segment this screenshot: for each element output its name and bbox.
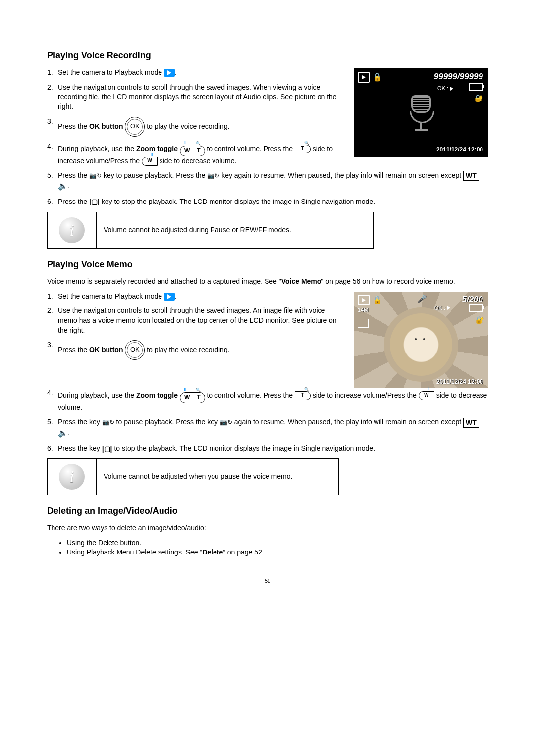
step-text: . bbox=[68, 429, 70, 437]
wt-toggle-icon: ⠿🔍 WT bbox=[180, 142, 205, 156]
note-text: Volume cannot be adjusted during Pause o… bbox=[97, 212, 374, 248]
step-text: . bbox=[68, 182, 70, 190]
step-text: Set the camera to Playback mode bbox=[58, 68, 164, 76]
step-6: 6. Press the |▢| key to stop the playbac… bbox=[58, 197, 488, 207]
heading-playing-voice-recording: Playing Voice Recording bbox=[47, 50, 488, 62]
step-text: to control volume. Press the bbox=[207, 144, 294, 152]
step-6: 6. Press the key |▢| to stop the playbac… bbox=[58, 444, 488, 454]
step-text: to control volume. Press the bbox=[207, 391, 294, 399]
step-4: 4. During playback, use the Zoom toggle … bbox=[58, 142, 488, 166]
step-1: 1. Set the camera to Playback mode . bbox=[58, 292, 488, 302]
step-text: side to decrease volume. bbox=[160, 157, 237, 165]
step-text: to play the voice recording. bbox=[147, 346, 229, 353]
intro-text: Voice memo is separately recorded and at… bbox=[47, 277, 488, 287]
playback-mode-icon bbox=[164, 69, 175, 77]
step-text: side to increase volume/Press the bbox=[313, 391, 419, 399]
shutter-icon: 📷↻ bbox=[102, 418, 114, 427]
step-text: Use the navigation controls to scroll th… bbox=[58, 306, 337, 334]
step-1: 1. Set the camera to Playback mode . bbox=[58, 68, 488, 78]
step-text: again to resume. When paused, the play i… bbox=[232, 418, 463, 426]
step-2: 2. Use the navigation controls to scroll… bbox=[58, 306, 488, 335]
voice-memo-ref: Voice Memo bbox=[281, 277, 321, 285]
step-4: 4. During playback, use the Zoom toggle … bbox=[58, 388, 488, 413]
step-text: During playback, use the bbox=[58, 391, 136, 399]
wt-box-icon: WT bbox=[463, 418, 479, 428]
step-text: . bbox=[175, 68, 177, 76]
stop-icon: |▢| bbox=[102, 444, 112, 454]
t-side-icon: T bbox=[295, 145, 311, 153]
ok-badge-icon: OK bbox=[125, 340, 145, 360]
step-text: key to pause playback. Press the bbox=[102, 171, 207, 179]
step-text: Use the navigation controls to scroll th… bbox=[58, 83, 337, 110]
bullet-item: Using the Delete button. bbox=[67, 538, 488, 548]
info-icon: i bbox=[59, 464, 85, 490]
step-text: to pause playback. Press the key bbox=[114, 418, 220, 426]
w-side-icon: W bbox=[419, 391, 434, 400]
shutter-icon: 📷↻ bbox=[89, 172, 102, 180]
w-side-icon: W bbox=[142, 157, 158, 166]
bullet-item: Using Playback Menu Delete settings. See… bbox=[67, 548, 488, 557]
step-text: Set the camera to Playback mode bbox=[58, 292, 164, 300]
t-side-icon: T bbox=[295, 391, 311, 400]
heading-deleting: Deleting an Image/Video/Audio bbox=[47, 505, 488, 517]
heading-playing-voice-memo: Playing Voice Memo bbox=[47, 258, 488, 271]
ok-button-label: OK button bbox=[89, 122, 123, 130]
step-3: 3. Press the OK button OK to play the vo… bbox=[58, 340, 488, 360]
page-number: 51 bbox=[47, 577, 488, 585]
intro-text: There are two ways to delete an image/vi… bbox=[47, 523, 488, 533]
speaker-icon: 🔈 bbox=[58, 429, 68, 437]
shutter-icon: 📷↻ bbox=[207, 172, 219, 180]
speaker-icon: 🔈 bbox=[58, 182, 68, 190]
delete-ref: Delete bbox=[202, 548, 223, 556]
wt-box-icon: WT bbox=[463, 171, 479, 181]
step-2: 2. Use the navigation controls to scroll… bbox=[58, 83, 488, 112]
step-text: to play the voice recording. bbox=[147, 122, 229, 130]
note-box: i Volume cannot be adjusted during Pause… bbox=[47, 212, 374, 249]
step-text: key to stop the playback. The LCD monito… bbox=[100, 198, 375, 205]
step-3: 3. Press the OK button OK to play the vo… bbox=[58, 117, 488, 137]
ok-badge-icon: OK bbox=[125, 117, 145, 137]
step-text: Press the bbox=[58, 122, 89, 130]
step-5: 5. Press the key 📷↻ to pause playback. P… bbox=[58, 417, 488, 439]
step-text: . bbox=[175, 292, 177, 300]
zoom-toggle-label: Zoom toggle bbox=[136, 144, 178, 152]
playback-mode-icon bbox=[164, 293, 175, 301]
step-text: key again to resume. When paused, the pl… bbox=[219, 171, 463, 179]
lcd-timestamp: 2011/12/24 12:00 bbox=[436, 378, 483, 386]
step-5: 5. Press the 📷↻ key to pause playback. P… bbox=[58, 171, 488, 192]
step-text: Press the bbox=[58, 171, 89, 179]
zoom-toggle-label: Zoom toggle bbox=[136, 391, 178, 399]
shutter-icon: 📷↻ bbox=[220, 418, 232, 427]
note-box: i Volume cannot be adjusted when you pau… bbox=[47, 458, 339, 495]
step-text: Press the key bbox=[58, 444, 102, 452]
step-text: Press the bbox=[58, 198, 89, 205]
stop-icon: |▢| bbox=[89, 197, 100, 207]
step-text: During playback, use the bbox=[58, 144, 136, 152]
info-icon: i bbox=[59, 217, 85, 243]
step-text: Press the bbox=[58, 346, 89, 353]
note-text: Volume cannot be adjusted when you pause… bbox=[97, 459, 339, 495]
step-text: to stop the playback. The LCD monitor di… bbox=[112, 444, 375, 452]
wt-toggle-icon: ⠿🔍 WT bbox=[180, 388, 205, 403]
ok-button-label: OK button bbox=[89, 346, 123, 353]
step-text: Press the key bbox=[58, 418, 102, 426]
